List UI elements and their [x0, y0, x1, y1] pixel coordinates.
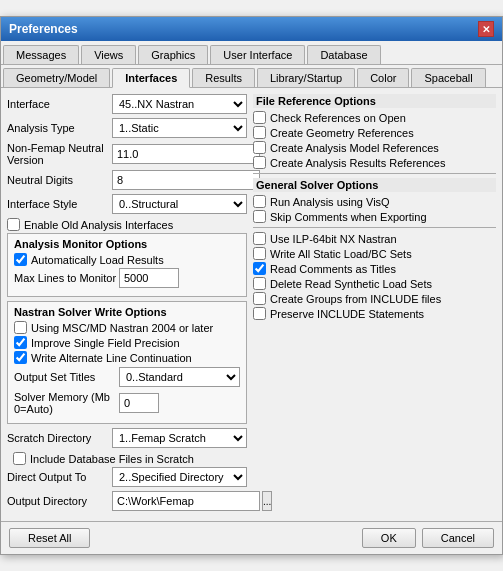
- enable-old-label: Enable Old Analysis Interfaces: [24, 219, 173, 231]
- analysis-type-select[interactable]: 1..Static: [112, 118, 247, 138]
- window-title: Preferences: [9, 22, 78, 36]
- preserve-include-checkbox[interactable]: [253, 307, 266, 320]
- interface-style-label: Interface Style: [7, 198, 112, 210]
- output-set-select[interactable]: 0..Standard: [119, 367, 240, 387]
- auto-load-label: Automatically Load Results: [31, 254, 164, 266]
- enable-old-row: Enable Old Analysis Interfaces: [7, 218, 247, 231]
- improve-single-label: Improve Single Field Precision: [31, 337, 180, 349]
- ok-button[interactable]: OK: [362, 528, 416, 548]
- read-comments-row: Read Comments as Titles: [253, 262, 496, 275]
- delete-read-label: Delete Read Synthetic Load Sets: [270, 278, 432, 290]
- using-msc-row: Using MSC/MD Nastran 2004 or later: [14, 321, 240, 334]
- interface-row: Interface 45..NX Nastran: [7, 94, 247, 114]
- bottom-bar: Reset All OK Cancel: [1, 521, 502, 554]
- neutral-digits-row: Neutral Digits: [7, 170, 247, 190]
- output-dir-input[interactable]: [112, 491, 260, 511]
- direct-output-label: Direct Output To: [7, 471, 112, 483]
- neutral-digits-input[interactable]: [112, 170, 260, 190]
- analysis-type-row: Analysis Type 1..Static: [7, 118, 247, 138]
- auto-load-checkbox[interactable]: [14, 253, 27, 266]
- skip-comments-label: Skip Comments when Exporting: [270, 211, 427, 223]
- tab-spaceball[interactable]: Spaceball: [411, 68, 485, 87]
- create-geo-label: Create Geometry References: [270, 127, 414, 139]
- tab-user-interface[interactable]: User Interface: [210, 45, 305, 64]
- using-msc-checkbox[interactable]: [14, 321, 27, 334]
- nastran-write-section: Nastran Solver Write Options Using MSC/M…: [7, 301, 247, 424]
- run-analysis-row: Run Analysis using VisQ: [253, 195, 496, 208]
- skip-comments-checkbox[interactable]: [253, 210, 266, 223]
- include-db-label: Include Database Files in Scratch: [30, 453, 194, 465]
- improve-single-row: Improve Single Field Precision: [14, 336, 240, 349]
- scratch-dir-row: Scratch Directory 1..Femap Scratch: [7, 428, 247, 448]
- run-analysis-label: Run Analysis using VisQ: [270, 196, 390, 208]
- preserve-include-label: Preserve INCLUDE Statements: [270, 308, 424, 320]
- tab-messages[interactable]: Messages: [3, 45, 79, 64]
- create-groups-label: Create Groups from INCLUDE files: [270, 293, 441, 305]
- create-geo-row: Create Geometry References: [253, 126, 496, 139]
- create-analysis-label: Create Analysis Model References: [270, 142, 439, 154]
- tabs-row-1: Messages Views Graphics User Interface D…: [1, 41, 502, 65]
- tab-views[interactable]: Views: [81, 45, 136, 64]
- create-geo-checkbox[interactable]: [253, 126, 266, 139]
- tab-library-startup[interactable]: Library/Startup: [257, 68, 355, 87]
- check-refs-checkbox[interactable]: [253, 111, 266, 124]
- non-femap-label: Non-Femap Neutral Version: [7, 142, 112, 166]
- scratch-dir-select[interactable]: 1..Femap Scratch: [112, 428, 247, 448]
- write-all-row: Write All Static Load/BC Sets: [253, 247, 496, 260]
- read-comments-checkbox[interactable]: [253, 262, 266, 275]
- interface-select[interactable]: 45..NX Nastran: [112, 94, 247, 114]
- enable-old-checkbox[interactable]: [7, 218, 20, 231]
- create-groups-checkbox[interactable]: [253, 292, 266, 305]
- general-solver-title: General Solver Options: [253, 178, 496, 192]
- cancel-button[interactable]: Cancel: [422, 528, 494, 548]
- write-all-checkbox[interactable]: [253, 247, 266, 260]
- interface-label: Interface: [7, 98, 112, 110]
- divider-2: [253, 227, 496, 228]
- create-groups-row: Create Groups from INCLUDE files: [253, 292, 496, 305]
- read-comments-label: Read Comments as Titles: [270, 263, 396, 275]
- improve-single-checkbox[interactable]: [14, 336, 27, 349]
- delete-read-checkbox[interactable]: [253, 277, 266, 290]
- tab-results[interactable]: Results: [192, 68, 255, 87]
- output-set-row: Output Set Titles 0..Standard: [14, 367, 240, 387]
- write-alternate-checkbox[interactable]: [14, 351, 27, 364]
- tab-geometry-model[interactable]: Geometry/Model: [3, 68, 110, 87]
- preferences-window: Preferences ✕ Messages Views Graphics Us…: [0, 16, 503, 555]
- tabs-row-2: Geometry/Model Interfaces Results Librar…: [1, 65, 502, 88]
- solver-memory-input[interactable]: [119, 393, 159, 413]
- create-results-checkbox[interactable]: [253, 156, 266, 169]
- write-alternate-label: Write Alternate Line Continuation: [31, 352, 192, 364]
- file-ref-title: File Reference Options: [253, 94, 496, 108]
- analysis-type-label: Analysis Type: [7, 122, 112, 134]
- tab-database[interactable]: Database: [307, 45, 380, 64]
- preserve-include-row: Preserve INCLUDE Statements: [253, 307, 496, 320]
- write-alternate-row: Write Alternate Line Continuation: [14, 351, 240, 364]
- create-analysis-checkbox[interactable]: [253, 141, 266, 154]
- tab-color[interactable]: Color: [357, 68, 409, 87]
- delete-read-row: Delete Read Synthetic Load Sets: [253, 277, 496, 290]
- divider-1: [253, 173, 496, 174]
- use-ilp-label: Use ILP-64bit NX Nastran: [270, 233, 397, 245]
- write-all-label: Write All Static Load/BC Sets: [270, 248, 412, 260]
- run-analysis-checkbox[interactable]: [253, 195, 266, 208]
- solver-memory-row: Solver Memory (Mb 0=Auto): [14, 391, 240, 415]
- use-ilp-row: Use ILP-64bit NX Nastran: [253, 232, 496, 245]
- use-ilp-checkbox[interactable]: [253, 232, 266, 245]
- direct-output-select[interactable]: 2..Specified Directory: [112, 467, 247, 487]
- output-dir-label: Output Directory: [7, 495, 112, 507]
- non-femap-input[interactable]: [112, 144, 260, 164]
- create-results-label: Create Analysis Results References: [270, 157, 445, 169]
- analysis-monitor-title: Analysis Monitor Options: [14, 238, 240, 250]
- reset-all-button[interactable]: Reset All: [9, 528, 90, 548]
- auto-load-row: Automatically Load Results: [14, 253, 240, 266]
- tab-graphics[interactable]: Graphics: [138, 45, 208, 64]
- interface-style-select[interactable]: 0..Structural: [112, 194, 247, 214]
- output-set-label: Output Set Titles: [14, 371, 119, 383]
- include-db-checkbox[interactable]: [13, 452, 26, 465]
- create-results-row: Create Analysis Results References: [253, 156, 496, 169]
- check-refs-row: Check References on Open: [253, 111, 496, 124]
- max-lines-input[interactable]: [119, 268, 179, 288]
- left-panel: Interface 45..NX Nastran Analysis Type 1…: [7, 94, 247, 515]
- tab-interfaces[interactable]: Interfaces: [112, 68, 190, 88]
- close-button[interactable]: ✕: [478, 21, 494, 37]
